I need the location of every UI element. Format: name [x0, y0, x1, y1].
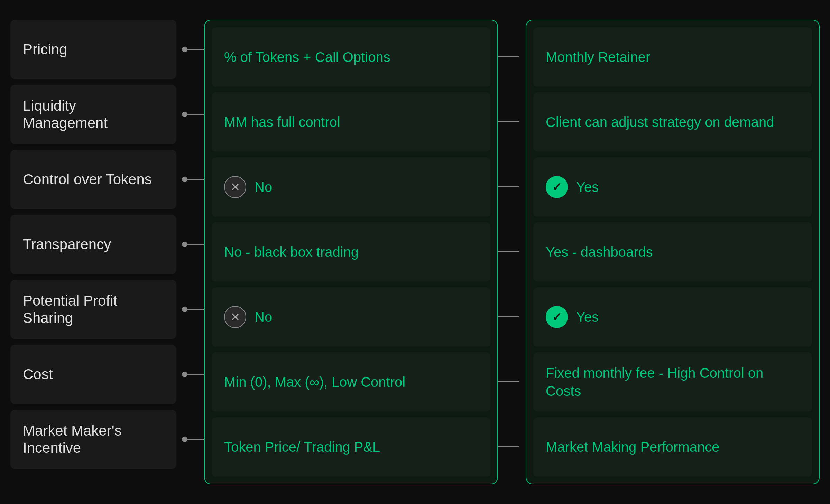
connector-line-incentive — [183, 439, 204, 440]
cell-icon-wrapper-profit-right: ✓Yes — [546, 306, 599, 328]
middle-column: % of Tokens + Call OptionsMM has full co… — [204, 20, 498, 484]
data-cell-profit-mid: ✕No — [212, 287, 490, 347]
data-cell-pricing-right: Monthly Retainer — [533, 27, 812, 87]
right-connector-row-transparency — [498, 222, 526, 281]
data-cell-incentive-right: Market Making Performance — [533, 417, 812, 477]
left-connector-row-cost — [176, 345, 204, 404]
left-connector-row-incentive — [176, 410, 204, 469]
label-text-liquidity: Liquidity Management — [23, 97, 164, 132]
right-connector-line-incentive — [498, 446, 519, 447]
data-cell-control-right: ✓Yes — [533, 157, 812, 217]
data-cell-incentive-mid: Token Price/ Trading P&L — [212, 417, 490, 477]
right-connector-row-liquidity — [498, 92, 526, 151]
cell-text-transparency-right: Yes - dashboards — [546, 243, 653, 261]
labels-column: PricingLiquidity ManagementControl over … — [10, 20, 176, 484]
yes-icon-circle-profit-right: ✓ — [546, 306, 568, 328]
cell-text-profit-right: Yes — [576, 308, 599, 326]
right-connector-row-cost — [498, 352, 526, 411]
cell-text-liquidity-right: Client can adjust strategy on demand — [546, 113, 774, 131]
cell-icon-wrapper-control-mid: ✕No — [224, 176, 272, 198]
label-text-control: Control over Tokens — [23, 171, 152, 188]
check-icon-control-right: ✓ — [552, 181, 562, 193]
right-connector-line-cost — [498, 381, 519, 382]
data-cell-control-mid: ✕No — [212, 157, 490, 217]
comparison-table: PricingLiquidity ManagementControl over … — [10, 13, 820, 491]
right-connector-column — [498, 20, 526, 484]
data-cell-liquidity-mid: MM has full control — [212, 92, 490, 152]
right-connector-line-profit — [498, 316, 519, 317]
left-connector-row-liquidity — [176, 85, 204, 144]
right-connector-row-profit — [498, 287, 526, 346]
right-connector-row-control — [498, 157, 526, 216]
cell-text-control-mid: No — [255, 178, 272, 196]
connector-line-transparency — [183, 244, 204, 245]
connector-line-cost — [183, 374, 204, 375]
right-connector-line-pricing — [498, 56, 519, 57]
cell-text-liquidity-mid: MM has full control — [224, 113, 340, 131]
cell-text-pricing-right: Monthly Retainer — [546, 48, 650, 66]
cell-text-control-right: Yes — [576, 178, 599, 196]
cell-icon-wrapper-profit-mid: ✕No — [224, 306, 272, 328]
right-connector-line-transparency — [498, 251, 519, 252]
label-cell-profit: Potential Profit Sharing — [10, 280, 176, 339]
label-text-incentive: Market Maker's Incentive — [23, 422, 164, 457]
data-cell-cost-mid: Min (0), Max (∞), Low Control — [212, 352, 490, 412]
label-cell-cost: Cost — [10, 345, 176, 404]
label-cell-pricing: Pricing — [10, 20, 176, 79]
right-connector-row-pricing — [498, 27, 526, 86]
data-cell-liquidity-right: Client can adjust strategy on demand — [533, 92, 812, 152]
cell-text-profit-mid: No — [255, 308, 272, 326]
cell-icon-wrapper-control-right: ✓Yes — [546, 176, 599, 198]
cell-text-pricing-mid: % of Tokens + Call Options — [224, 48, 390, 66]
cell-text-incentive-right: Market Making Performance — [546, 438, 719, 456]
label-text-pricing: Pricing — [23, 41, 67, 58]
data-cell-transparency-right: Yes - dashboards — [533, 222, 812, 282]
cell-text-cost-mid: Min (0), Max (∞), Low Control — [224, 373, 405, 391]
cell-text-cost-right: Fixed monthly fee - High Control on Cost… — [546, 364, 800, 400]
left-connector-row-control — [176, 150, 204, 209]
x-icon-control-mid: ✕ — [230, 181, 240, 193]
cell-text-transparency-mid: No - black box trading — [224, 243, 359, 261]
x-icon-profit-mid: ✕ — [230, 311, 240, 323]
data-cell-transparency-mid: No - black box trading — [212, 222, 490, 282]
no-icon-circle-profit-mid: ✕ — [224, 306, 246, 328]
data-cell-cost-right: Fixed monthly fee - High Control on Cost… — [533, 352, 812, 412]
label-cell-incentive: Market Maker's Incentive — [10, 410, 176, 469]
right-column: Monthly RetainerClient can adjust strate… — [526, 20, 820, 484]
label-cell-transparency: Transparency — [10, 215, 176, 274]
yes-icon-circle-control-right: ✓ — [546, 176, 568, 198]
right-connector-line-liquidity — [498, 121, 519, 122]
cell-text-incentive-mid: Token Price/ Trading P&L — [224, 438, 380, 456]
left-connector-row-pricing — [176, 20, 204, 79]
label-cell-liquidity: Liquidity Management — [10, 85, 176, 144]
left-connector-row-profit — [176, 280, 204, 339]
connector-line-control — [183, 179, 204, 180]
no-icon-circle-control-mid: ✕ — [224, 176, 246, 198]
data-cell-profit-right: ✓Yes — [533, 287, 812, 347]
right-connector-row-incentive — [498, 417, 526, 476]
left-connector-row-transparency — [176, 215, 204, 274]
label-text-profit: Potential Profit Sharing — [23, 292, 164, 327]
label-text-cost: Cost — [23, 366, 53, 383]
left-connector-column — [176, 20, 204, 484]
label-text-transparency: Transparency — [23, 236, 111, 253]
connector-line-liquidity — [183, 114, 204, 115]
data-cell-pricing-mid: % of Tokens + Call Options — [212, 27, 490, 87]
connector-line-profit — [183, 309, 204, 310]
connector-line-pricing — [183, 49, 204, 50]
right-connector-line-control — [498, 186, 519, 187]
check-icon-profit-right: ✓ — [552, 311, 562, 323]
label-cell-control: Control over Tokens — [10, 150, 176, 209]
